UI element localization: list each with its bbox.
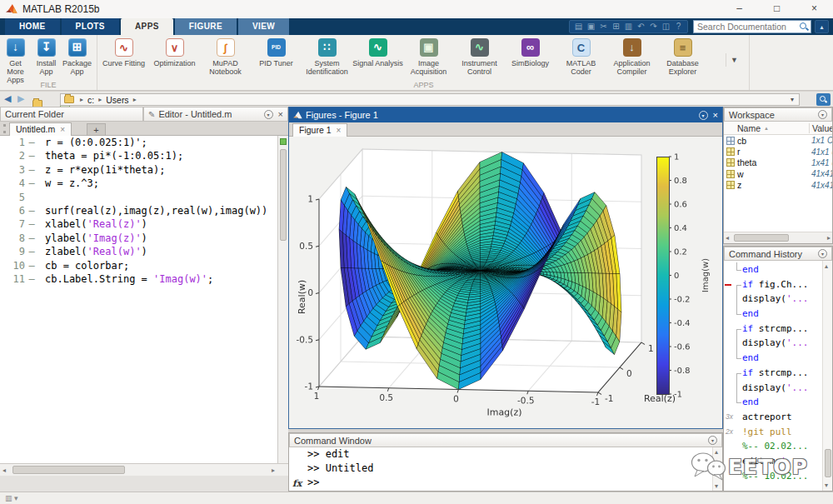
column-name[interactable]: Name xyxy=(737,123,761,133)
app-item-signal-analysis[interactable]: ∿Signal Analysis xyxy=(352,38,403,76)
history-entry[interactable]: display('... xyxy=(724,381,822,396)
editor-code-line[interactable]: 7–xlabel('Real(z)') xyxy=(0,217,277,231)
editor-code-line[interactable]: 11–cb.Label.String = 'Imag(w)'; xyxy=(0,272,277,286)
scroll-right-icon[interactable]: ▸ xyxy=(272,467,275,474)
breadcrumb-segment[interactable]: Users xyxy=(106,95,128,105)
app-item-optimization[interactable]: ∨Optimization xyxy=(149,38,200,76)
command-history-header[interactable]: Command History ▾ xyxy=(724,247,832,261)
app-item-get-more-apps[interactable]: ↓Get More Apps xyxy=(0,38,31,84)
ribbon-tab-home[interactable]: HOME xyxy=(5,18,60,35)
undo-icon[interactable]: ↶ xyxy=(635,21,647,32)
app-item-matlab-coder[interactable]: CMATLAB Coder xyxy=(556,38,606,76)
app-item-mupad-notebook[interactable]: ∫MuPAD Notebook xyxy=(200,38,251,76)
scrollbar-thumb[interactable] xyxy=(280,149,287,241)
editor-code-line[interactable]: 9–zlabel('Real(w)') xyxy=(0,245,277,258)
breadcrumb-segment[interactable]: c: xyxy=(87,95,94,105)
workspace-row-z[interactable]: z41x41 xyxy=(724,180,832,191)
minimize-button[interactable]: – xyxy=(721,0,758,18)
drag-handle[interactable] xyxy=(3,124,6,133)
scroll-up-icon[interactable]: ▴ xyxy=(825,262,828,270)
ribbon-tab-view[interactable]: VIEW xyxy=(238,18,289,35)
editor-code-line[interactable]: 6–surf(real(z),imag(z),real(w),imag(w)) xyxy=(0,204,277,217)
new-script-icon[interactable]: ▤ xyxy=(572,21,585,32)
maximize-button[interactable]: □ xyxy=(758,0,796,18)
new-tab-button[interactable]: + xyxy=(87,123,106,136)
tab-figure-1[interactable]: Figure 1× xyxy=(292,123,347,137)
layout-icon[interactable]: ◫ xyxy=(660,21,672,32)
workspace-row-w[interactable]: w41x41 xyxy=(724,168,832,179)
scroll-down-icon[interactable]: ▾ xyxy=(715,482,718,490)
close-icon[interactable]: × xyxy=(713,110,718,120)
ribbon-tab-figure[interactable]: FIGURE xyxy=(175,18,237,35)
panel-menu-icon[interactable]: ▾ xyxy=(264,110,273,119)
workspace-row-cb[interactable]: cb1x1 Co xyxy=(724,135,832,146)
command-window-body[interactable]: fx ▴ ▾ >> edit>> Untitled>> xyxy=(289,447,722,491)
scroll-down-icon[interactable]: ▾ xyxy=(825,482,828,489)
panel-menu-icon[interactable]: ▾ xyxy=(818,110,827,119)
editor-code-area[interactable]: 1–r = (0:0.025:1)';2–theta = pi*(-1:0.05… xyxy=(0,136,277,463)
scrollbar-thumb[interactable] xyxy=(12,466,125,474)
app-item-curve-fitting[interactable]: ∿Curve Fitting xyxy=(98,38,149,76)
breadcrumb-dropdown-icon[interactable]: ▾ xyxy=(791,96,796,103)
editor-code-line[interactable]: 8–ylabel('Imag(z)') xyxy=(0,232,277,245)
scrollbar-thumb[interactable] xyxy=(825,449,831,477)
editor-code-line[interactable]: 5 xyxy=(0,191,277,204)
history-entry[interactable]: end xyxy=(724,395,822,410)
history-entry[interactable]: display('... xyxy=(724,292,822,307)
scroll-right-icon[interactable]: ▸ xyxy=(827,234,831,242)
close-button[interactable]: × xyxy=(796,0,833,18)
editor-code-line[interactable]: 4–w = z.^3; xyxy=(0,177,277,190)
cut-icon[interactable]: ✂ xyxy=(597,21,610,32)
app-item-system-identification[interactable]: ∷System Identification xyxy=(302,38,352,76)
save-icon[interactable]: ▣ xyxy=(585,21,597,32)
paste-icon[interactable]: ▥ xyxy=(622,21,635,32)
history-entry[interactable]: edit ma'... xyxy=(724,454,822,469)
workspace-header[interactable]: Workspace ▾ xyxy=(724,107,832,122)
ribbon-tab-plots[interactable]: PLOTS xyxy=(62,18,119,35)
close-icon[interactable]: × xyxy=(278,109,283,119)
command-window-header[interactable]: Command Window ▾ xyxy=(289,433,722,447)
help-icon[interactable]: ? xyxy=(672,21,685,32)
scroll-up-icon[interactable]: ▴ xyxy=(715,448,718,456)
editor-horizontal-scrollbar[interactable]: ◂ ▸ xyxy=(0,463,288,476)
editor-header[interactable]: ✎ Editor - Untitled.m ▾ × xyxy=(143,107,288,122)
history-entry[interactable]: if fig.Ch... xyxy=(724,277,822,292)
command-history-scrollbar[interactable]: ▴ ▾ xyxy=(822,261,832,491)
code-analyzer-indicator[interactable] xyxy=(280,138,287,145)
editor-code-line[interactable]: 3–z = r*exp(1i*theta); xyxy=(0,163,277,177)
editor-vertical-scrollbar[interactable] xyxy=(277,136,288,463)
tab-close-icon[interactable]: × xyxy=(337,126,342,135)
editor-code-line[interactable]: 1–r = (0:0.025:1)'; xyxy=(0,136,277,149)
status-bar-icon[interactable]: ▥ ▾ xyxy=(5,494,18,502)
history-entry[interactable]: if strcmp... xyxy=(724,366,822,381)
back-button[interactable]: ◀ xyxy=(4,93,11,104)
workspace-column-headers[interactable]: Name ▲ Value xyxy=(724,122,832,135)
panel-menu-icon[interactable]: ▾ xyxy=(699,111,708,120)
forward-button[interactable]: ▶ xyxy=(17,93,24,104)
collapse-ribbon-button[interactable]: ▴ xyxy=(815,20,829,33)
scroll-left-icon[interactable]: ◂ xyxy=(726,234,729,242)
breadcrumb[interactable]: ▸c:▸Users▸ ▾ xyxy=(60,93,800,106)
app-item-application-compiler[interactable]: ↓Application Compiler xyxy=(606,38,657,76)
search-documentation-box[interactable] xyxy=(693,20,811,33)
tab-close-icon[interactable]: × xyxy=(60,125,65,134)
figures-title-bar[interactable]: Figures - Figure 1 ▾ × xyxy=(289,107,722,122)
workspace-horizontal-scrollbar[interactable]: ◂ ▸ xyxy=(724,232,832,243)
history-entry[interactable]: %-- 10.02... xyxy=(724,469,822,484)
column-value[interactable]: Value xyxy=(809,123,832,133)
history-entry[interactable]: display('... xyxy=(724,336,822,351)
history-entry[interactable]: 3xactreport xyxy=(724,410,822,425)
app-item-instrument-control[interactable]: ∿Instrument Control xyxy=(454,38,505,76)
panel-menu-icon[interactable]: ▾ xyxy=(818,249,827,258)
current-folder-header[interactable]: Current Folder xyxy=(0,107,143,122)
history-entry[interactable]: end xyxy=(724,351,822,366)
app-item-image-acquisition[interactable]: ▣Image Acquisition xyxy=(403,38,454,76)
folder-search-button[interactable] xyxy=(816,93,831,106)
editor-code-line[interactable]: 2–theta = pi*(-1:0.05:1); xyxy=(0,149,277,162)
workspace-row-r[interactable]: r41x1 d xyxy=(724,146,832,157)
scrollbar-thumb[interactable] xyxy=(734,234,789,242)
command-window-scrollbar[interactable]: ▴ ▾ xyxy=(712,447,722,491)
apps-overflow-arrow[interactable]: ▼ xyxy=(726,53,742,67)
history-entry[interactable]: if strcmp... xyxy=(724,322,822,337)
figure-plot[interactable] xyxy=(289,137,722,428)
